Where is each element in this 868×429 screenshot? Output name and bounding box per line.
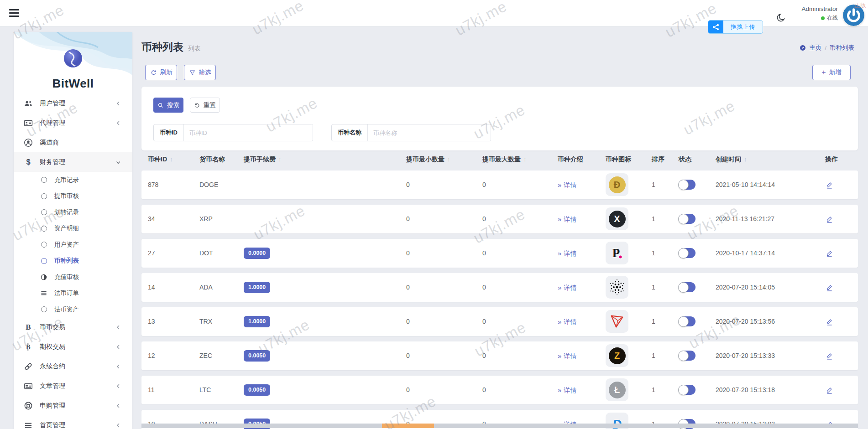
sidebar-item-label: 申购管理 xyxy=(40,402,115,410)
pencil-icon xyxy=(825,386,834,394)
column-header-7: 排序 xyxy=(652,151,664,167)
filter-button[interactable]: 筛选 xyxy=(184,65,216,80)
column-header-4[interactable]: 提币最大数量↑ xyxy=(482,151,527,167)
detail-link[interactable]: »详情 xyxy=(558,205,576,233)
horizontal-scrollbar[interactable] xyxy=(141,424,858,428)
cell-coin-name: XRP xyxy=(199,205,213,233)
sidebar-item-1[interactable]: 代理管理 xyxy=(14,113,132,133)
status-toggle[interactable] xyxy=(679,180,695,190)
sidebar-subitem-2[interactable]: 划转记录 xyxy=(14,204,132,221)
add-button[interactable]: + 新增 xyxy=(812,65,851,80)
status-toggle[interactable] xyxy=(679,214,695,224)
chevron-left-icon xyxy=(115,422,121,429)
sidebar-item-5[interactable]: B期权交易 xyxy=(14,337,132,357)
edit-button[interactable] xyxy=(825,249,834,259)
sidebar-subitem-1[interactable]: 提币审核 xyxy=(14,188,132,205)
column-header-3[interactable]: 提币最小数量↑ xyxy=(406,151,450,167)
cell-created-time: 2020-07-20 15:13:18 xyxy=(716,376,775,404)
cell-created-time: 2020-10-17 14:37:14 xyxy=(716,239,775,268)
column-header-0[interactable]: 币种ID↑ xyxy=(148,151,173,167)
sidebar-subitem-8[interactable]: 法币资产 xyxy=(14,301,132,318)
plus-icon: + xyxy=(821,68,826,77)
status-toggle[interactable] xyxy=(679,248,695,258)
edit-button[interactable] xyxy=(825,215,834,225)
circle-icon xyxy=(40,209,47,216)
detail-link[interactable]: »详情 xyxy=(558,376,576,404)
sidebar-subitem-0[interactable]: 充币记录 xyxy=(14,172,132,188)
reset-button[interactable]: 重置 xyxy=(190,98,220,113)
cell-coin-id: 878 xyxy=(148,171,158,199)
column-header-2[interactable]: 提币手续费↑ xyxy=(244,151,282,167)
column-header-label: 提币最小数量 xyxy=(406,155,444,163)
status-toggle[interactable] xyxy=(679,385,695,395)
double-chevron-icon: » xyxy=(558,181,561,189)
sidebar-item-2[interactable]: 渠道商 xyxy=(14,133,132,152)
pencil-icon xyxy=(825,181,834,189)
sidebar-item-4[interactable]: B币币交易 xyxy=(14,318,132,337)
edit-button[interactable] xyxy=(825,283,834,294)
detail-link-label: 详情 xyxy=(564,352,576,360)
breadcrumb-home[interactable]: 主页 xyxy=(809,44,821,52)
user-status: 在线 xyxy=(801,14,838,22)
status-toggle[interactable] xyxy=(679,316,695,326)
edit-button[interactable] xyxy=(825,386,834,396)
sidebar-item-8[interactable]: 申购管理 xyxy=(14,396,132,416)
status-toggle[interactable] xyxy=(679,351,695,361)
drag-upload-label: 拖拽上传 xyxy=(723,21,763,33)
fee-badge: 1.0000 xyxy=(244,282,270,293)
sidebar-subitem-4[interactable]: 用户资产 xyxy=(14,237,132,253)
column-header-1: 货币名称 xyxy=(199,151,225,167)
cell-created-time: 2021-05-10 14:14:14 xyxy=(716,171,775,199)
filter-icon xyxy=(189,69,196,76)
cell-coin-name: TRX xyxy=(199,307,212,336)
sidebar-subitem-7[interactable]: 法币订单 xyxy=(14,285,132,302)
dark-mode-icon[interactable] xyxy=(776,13,786,23)
status-toggle[interactable] xyxy=(679,282,695,292)
cell-max-amount: 0 xyxy=(482,205,486,233)
search-button[interactable]: 搜索 xyxy=(153,98,183,113)
pencil-icon xyxy=(825,249,834,258)
column-header-label: 币种ID xyxy=(148,155,167,163)
cell-coin-id: 13 xyxy=(148,307,155,336)
edit-button[interactable] xyxy=(825,181,834,191)
sidebar-item-6[interactable]: 永续合约 xyxy=(14,357,132,377)
brand-name: BitWell xyxy=(14,77,132,91)
sidebar-subitem-5[interactable]: 币种列表 xyxy=(14,253,132,269)
search-panel: 搜索 重置 币种ID 币种名称 xyxy=(141,87,858,150)
column-header-9[interactable]: 创建时间↑ xyxy=(716,151,747,167)
detail-link[interactable]: »详情 xyxy=(558,307,576,336)
cell-created-time: 2020-07-20 15:13:56 xyxy=(716,307,775,336)
detail-link[interactable]: »详情 xyxy=(558,341,576,370)
detail-link[interactable]: »详情 xyxy=(558,239,576,268)
refresh-button[interactable]: 刷新 xyxy=(145,65,177,80)
cell-sort-order: 1 xyxy=(652,376,655,404)
scrollbar-thumb[interactable] xyxy=(382,424,434,428)
edit-button[interactable] xyxy=(825,317,834,328)
toggle-knob xyxy=(678,351,689,361)
detail-link[interactable]: »详情 xyxy=(558,273,576,302)
sidebar-subitem-6[interactable]: 充值审核 xyxy=(14,269,132,285)
coin-name-input[interactable] xyxy=(368,124,491,141)
sidebar-subitem-3[interactable]: 资产明细 xyxy=(14,221,132,237)
sidebar-item-9[interactable]: 首页管理 xyxy=(14,416,132,429)
edit-button[interactable] xyxy=(825,351,834,362)
user-menu[interactable]: Administrator 在线 xyxy=(801,5,838,22)
table-row: 13TRX1.000000»详情12020-07-20 15:13:56 xyxy=(141,307,858,336)
cell-sort-order: 1 xyxy=(652,205,655,233)
svg-text:B: B xyxy=(26,343,31,351)
breadcrumb-current[interactable]: 币种列表 xyxy=(830,44,854,52)
sidebar-item-0[interactable]: 用户管理 xyxy=(14,93,132,113)
detail-link[interactable]: »详情 xyxy=(558,171,576,199)
coin-id-input[interactable] xyxy=(184,124,313,141)
drag-upload-button[interactable]: 拖拽上传 xyxy=(708,20,763,34)
fee-badge: 0.0050 xyxy=(244,384,270,396)
svg-text:P: P xyxy=(612,246,620,260)
menu-toggle-icon[interactable] xyxy=(9,9,19,17)
toggle-knob xyxy=(678,214,689,224)
user-name: Administrator xyxy=(801,5,838,12)
sidebar-item-7[interactable]: 文章管理 xyxy=(14,377,132,396)
pencil-icon xyxy=(825,351,834,360)
cell-sort-order: 1 xyxy=(652,273,655,302)
sidebar-item-3[interactable]: $财务管理 xyxy=(14,152,132,172)
detail-link-label: 详情 xyxy=(564,181,576,189)
